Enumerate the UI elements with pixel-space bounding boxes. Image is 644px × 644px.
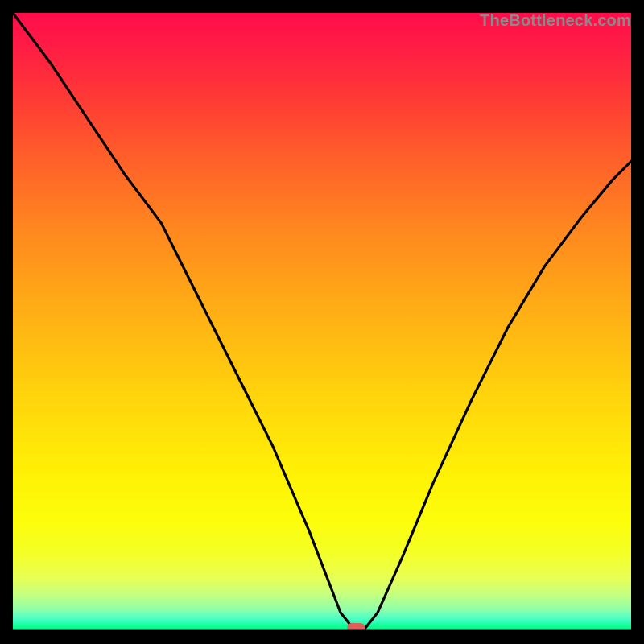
severity-gradient <box>13 13 631 631</box>
watermark-text: TheBottleneck.com <box>480 11 631 30</box>
plot-area <box>13 13 631 631</box>
chart-frame: TheBottleneck.com <box>13 13 631 631</box>
